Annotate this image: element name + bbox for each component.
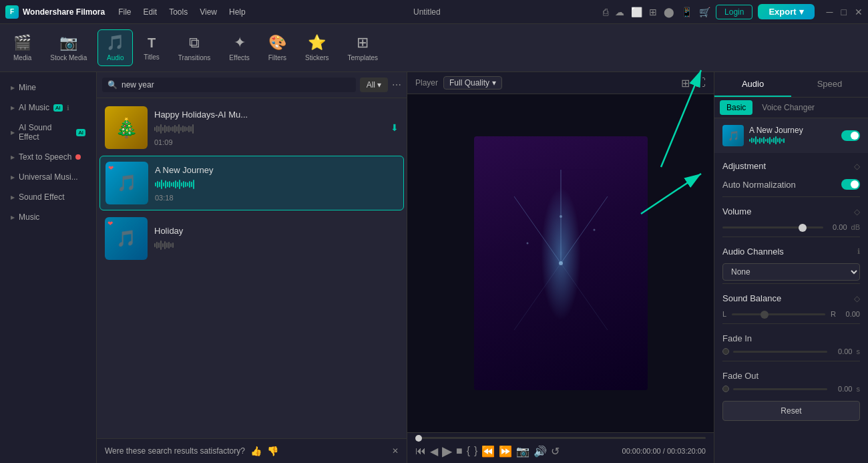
sidebar-item-music[interactable]: ▶ Music (0, 207, 96, 227)
progress-thumb[interactable] (415, 435, 422, 442)
fade-out-track[interactable] (733, 388, 827, 390)
progress-bar[interactable] (415, 437, 706, 439)
phone-icon[interactable]: 📱 (681, 7, 692, 17)
tool-filters[interactable]: 🎨 Filters (260, 30, 294, 65)
fade-in-dot[interactable] (722, 348, 729, 355)
in-point-button[interactable]: { (467, 445, 470, 457)
login-button[interactable]: Login (716, 5, 752, 19)
stop-button[interactable]: ■ (456, 445, 463, 457)
sidebar-item-universal[interactable]: ▶ Universal Musi... (0, 167, 96, 187)
menu-help[interactable]: Help (224, 6, 251, 18)
divider1 (722, 196, 860, 197)
tool-effects[interactable]: ✦ Effects (221, 30, 257, 65)
current-audio-icon: 🎵 (722, 125, 744, 146)
tool-stock[interactable]: 📷 Stock Media (42, 30, 95, 65)
close-button[interactable]: ✕ (855, 7, 863, 17)
right-sub-tabs: Basic Voice Changer (714, 98, 868, 118)
fade-in-track[interactable] (733, 351, 827, 353)
fade-in-unit: s (857, 347, 861, 355)
snapshot-button[interactable]: 📷 (516, 445, 529, 458)
feedback-close-button[interactable]: ✕ (392, 446, 399, 456)
total-time: 00:03:20:00 (667, 447, 706, 455)
tab-speed[interactable]: Speed (791, 72, 868, 97)
prev-marker-button[interactable]: ⏪ (481, 445, 495, 458)
out-point-button[interactable]: } (474, 445, 477, 457)
logo-icon: F (5, 5, 19, 19)
sidebar-item-mine[interactable]: ▶ Mine (0, 78, 96, 98)
sidebar-universal-label: Universal Musi... (19, 172, 78, 182)
tool-media[interactable]: 🎬 Media (5, 30, 39, 65)
minimize-button[interactable]: ─ (827, 7, 833, 17)
filter-button[interactable]: All ▾ (360, 78, 388, 92)
audio-item-new-journey[interactable]: ❤ 🎵 A New Journey 03:18 (99, 156, 404, 210)
sidebar-item-ai-sound[interactable]: ▶ AI Sound Effect AI (0, 118, 96, 147)
sound-balance-track[interactable] (732, 313, 825, 315)
chevron-universal: ▶ (11, 174, 15, 180)
chevron-mine: ▶ (11, 85, 15, 91)
audio-item-holiday[interactable]: ❤ 🎵 Holiday (99, 212, 404, 265)
quality-value: Full Quality (449, 78, 489, 88)
export-button[interactable]: Export ▾ (758, 4, 814, 19)
auto-norm-toggle-2[interactable] (841, 179, 860, 190)
tool-transitions[interactable]: ⧉ Transitions (170, 30, 219, 65)
rotate-button[interactable]: ↺ (551, 445, 560, 458)
ai-badge: AI (53, 104, 63, 112)
play-button[interactable]: ▶ (442, 443, 452, 459)
audio-item-happy-holidays[interactable]: 🎄 Happy Holidays-AI Mu... 01:09 ⬇ (99, 101, 404, 154)
more-options-button[interactable]: ⋯ (392, 80, 401, 90)
fade-out-label: Fade Out (722, 367, 860, 385)
thumbs-up-button[interactable]: 👍 (250, 446, 262, 456)
player-panel: Player Full Quality ▾ ⊞ ⛶ (407, 72, 714, 463)
fade-in-section: Fade In 0.00 s (722, 327, 860, 358)
chevron-ai-music: ▶ (11, 105, 15, 111)
current-audio-name: A New Journey (749, 126, 836, 135)
screen-icon[interactable]: ⬜ (631, 7, 642, 17)
subtab-voice-changer[interactable]: Voice Changer (755, 100, 821, 115)
quality-select[interactable]: Full Quality ▾ (443, 76, 502, 90)
share-icon[interactable]: ⎙ (603, 7, 608, 17)
menu-tools[interactable]: Tools (164, 6, 193, 18)
fade-in-value: 0.00 (831, 347, 853, 355)
fade-out-dot[interactable] (722, 385, 729, 392)
sound-balance-thumb[interactable] (761, 311, 769, 319)
tool-templates-label: Templates (348, 54, 379, 61)
audio-channels-select[interactable]: None Mono Stereo (722, 263, 860, 281)
prev-frame-button[interactable]: ⏮ (415, 445, 426, 457)
tab-audio[interactable]: Audio (714, 72, 791, 97)
thumbs-down-button[interactable]: 👎 (267, 446, 278, 456)
maximize-button[interactable]: □ (841, 7, 847, 17)
cart-icon[interactable]: 🛒 (699, 7, 710, 17)
record-icon[interactable]: ⬤ (664, 7, 674, 17)
download-icon-happy-holidays[interactable]: ⬇ (391, 122, 399, 133)
next-marker-button[interactable]: ⏩ (499, 445, 512, 458)
volume-slider-thumb[interactable] (799, 224, 807, 232)
cloud-icon[interactable]: ☁ (615, 7, 624, 17)
reset-button[interactable]: Reset (722, 401, 860, 421)
sidebar-item-tts[interactable]: ▶ Text to Speech (0, 147, 96, 167)
sidebar-item-ai-music[interactable]: ▶ AI Music AI ℹ (0, 98, 96, 118)
menu-view[interactable]: View (194, 6, 222, 18)
svg-line-4 (514, 263, 561, 330)
tool-audio[interactable]: 🎵 Audio (97, 29, 133, 66)
time-separator: / (663, 447, 665, 455)
tool-stickers[interactable]: ⭐ Stickers (297, 30, 337, 65)
sidebar-item-sound-effect[interactable]: ▶ Sound Effect (0, 187, 96, 207)
auto-norm-toggle[interactable] (841, 130, 860, 141)
search-input[interactable] (122, 80, 351, 90)
titlebar-right: ⎙ ☁ ⬜ ⊞ ⬤ 📱 🛒 Login Export ▾ ─ □ ✕ (603, 4, 863, 19)
menu-edit[interactable]: Edit (138, 6, 162, 18)
tool-titles[interactable]: T Titles (136, 31, 168, 65)
volume-button[interactable]: 🔊 (533, 445, 547, 458)
tool-templates[interactable]: ⊞ Templates (340, 30, 387, 65)
rewind-button[interactable]: ◀ (430, 445, 438, 458)
volume-title: Volume (722, 206, 751, 216)
subtab-basic[interactable]: Basic (720, 100, 752, 115)
volume-slider-track[interactable] (722, 226, 823, 228)
menu-file[interactable]: File (113, 6, 136, 18)
grid-icon[interactable]: ⊞ (649, 7, 657, 17)
grid-view-icon[interactable]: ⊞ (681, 77, 690, 90)
fade-out-value: 0.00 (831, 385, 853, 393)
search-box[interactable]: 🔍 (102, 78, 356, 92)
fullscreen-icon[interactable]: ⛶ (695, 77, 706, 90)
audio-name-holiday: Holiday (154, 226, 399, 236)
